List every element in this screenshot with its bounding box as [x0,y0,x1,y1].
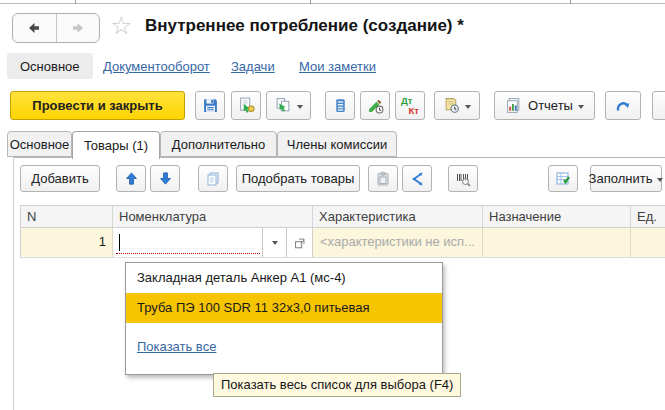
top-tick [310,0,311,4]
page-title: Внутреннее потребление (создание) * [145,16,464,36]
tab-goods[interactable]: Товары (1) [72,131,160,159]
required-field-underline [116,253,260,254]
nomenclature-dropdown: Закладная деталь Анкер А1 (мс-4) Труба П… [125,262,443,375]
schedule-button[interactable] [434,91,480,120]
top-tick [570,0,571,4]
tab-commission[interactable]: Члены комиссии [277,131,397,157]
window-top-divider [0,3,665,4]
report-chart-icon [505,97,522,114]
document-clock-icon [443,97,460,114]
split-share-button[interactable] [402,165,432,192]
pick-goods-button[interactable]: Подобрать товары [236,165,360,192]
unit-cell[interactable] [631,228,665,257]
back-arrow-icon [26,20,42,36]
combo-dropdown-button[interactable] [262,228,286,257]
navigate-link-button[interactable] [605,91,641,120]
open-form-icon [293,236,307,250]
header-cell-unit: Ед. [631,206,665,227]
overflow-button[interactable] [652,91,665,120]
barcode-scan-button[interactable] [448,165,478,192]
paste-clipboard-icon [375,171,391,187]
copy-row-button[interactable] [198,165,228,192]
row-number-cell: 1 [21,228,113,257]
chevron-down-icon [297,105,303,112]
move-up-button[interactable] [116,165,146,192]
floppy-disk-icon [202,97,219,114]
table-header: N Номенклатура Характеристика Назначение… [20,205,665,228]
paste-row-button[interactable] [368,165,398,192]
favorite-star-icon[interactable]: ☆ [110,11,132,40]
create-based-on-button[interactable] [266,91,311,120]
add-row-button[interactable]: Добавить [20,165,100,192]
debit-credit-icon: Дт Кт [396,92,424,119]
forward-button[interactable] [56,14,100,42]
post-document-icon [238,97,255,114]
document-window: ☆ Внутреннее потребление (создание) * Ос… [0,0,665,410]
structure-button[interactable] [325,91,355,120]
combo-open-button[interactable] [286,228,312,257]
list-stack-icon [332,97,349,114]
register-records-button[interactable] [360,91,390,120]
tab-additional[interactable]: Дополнительно [160,131,277,157]
post-and-close-button[interactable]: Провести и закрыть [10,91,185,120]
fill-button[interactable]: Заполнить [590,165,662,192]
text-caret [119,234,120,251]
forward-arrow-icon [70,20,86,36]
chevron-down-icon [578,105,584,112]
dropdown-tooltip: Показать весь список для выбора (F4) [213,373,461,397]
nomenclature-combo [113,228,313,257]
based-on-icon [275,97,292,114]
reports-label: Отчеты [528,98,573,113]
dropdown-item[interactable]: Закладная деталь Анкер А1 (мс-4) [126,263,442,293]
characteristic-cell[interactable]: <характеристики не исп... [313,228,483,257]
post-document-button[interactable] [231,91,261,120]
tab-main[interactable]: Основное [7,131,72,157]
chevron-down-icon [465,105,471,112]
down-arrow-icon [158,171,173,186]
nav-link-notes[interactable]: Мои заметки [299,59,376,74]
nav-tab-main[interactable]: Основное [7,53,93,79]
save-button[interactable] [195,91,225,120]
share-arrows-icon [409,171,425,187]
table-row: 1 <характеристики не исп... [20,228,665,258]
dt-kt-button[interactable]: Дт Кт [395,91,425,120]
pencil-clock-icon [367,97,384,114]
fill-table-button[interactable] [548,165,578,192]
back-button[interactable] [13,14,56,42]
copy-icon [205,171,221,187]
header-cell-nomenclature: Номенклатура [113,206,313,227]
show-all-link[interactable]: Показать все [137,339,216,354]
history-nav-group [12,13,100,43]
header-cell-assignment: Назначение [483,206,631,227]
fill-label: Заполнить [589,171,653,186]
nav-link-tasks[interactable]: Задачи [231,59,275,74]
top-tick [75,0,76,4]
nav-link-docflow[interactable]: Документооборот [103,59,210,74]
chevron-down-icon [272,241,278,248]
reports-button[interactable]: Отчеты [494,91,595,120]
assignment-cell[interactable] [483,228,631,257]
header-cell-characteristic: Характеристика [313,206,483,227]
header-cell-n: N [21,206,113,227]
chevron-down-icon [657,178,663,185]
barcode-icon [455,171,471,187]
up-arrow-icon [124,171,139,186]
curved-arrow-icon [614,97,632,115]
table-check-icon [555,171,571,187]
dropdown-item-highlighted[interactable]: Труба ПЭ 100 SDR 11 32х3,0 питьевая [126,293,442,323]
move-down-button[interactable] [150,165,180,192]
nomenclature-input-wrap [113,228,262,257]
